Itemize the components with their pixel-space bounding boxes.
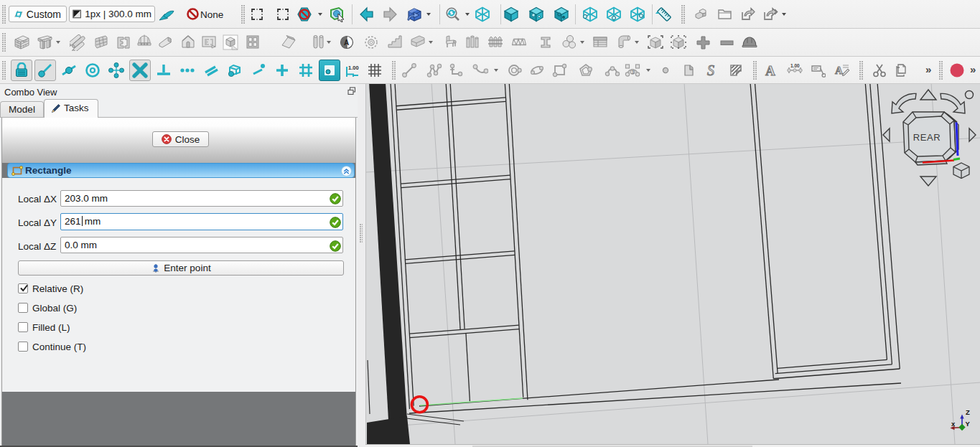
svg-text:A: A [835, 65, 843, 76]
svg-text:3: 3 [631, 70, 634, 75]
svg-text:A: A [344, 39, 349, 47]
svg-text:S: S [707, 62, 714, 78]
svg-text:Y: Y [966, 420, 971, 428]
svg-text:REAR: REAR [913, 132, 941, 143]
svg-text:Z: Z [966, 408, 970, 416]
svg-text:1.00: 1.00 [348, 65, 359, 71]
svg-text:x: x [951, 420, 956, 428]
svg-text:1.00: 1.00 [790, 63, 800, 68]
svg-text:A: A [765, 63, 775, 78]
